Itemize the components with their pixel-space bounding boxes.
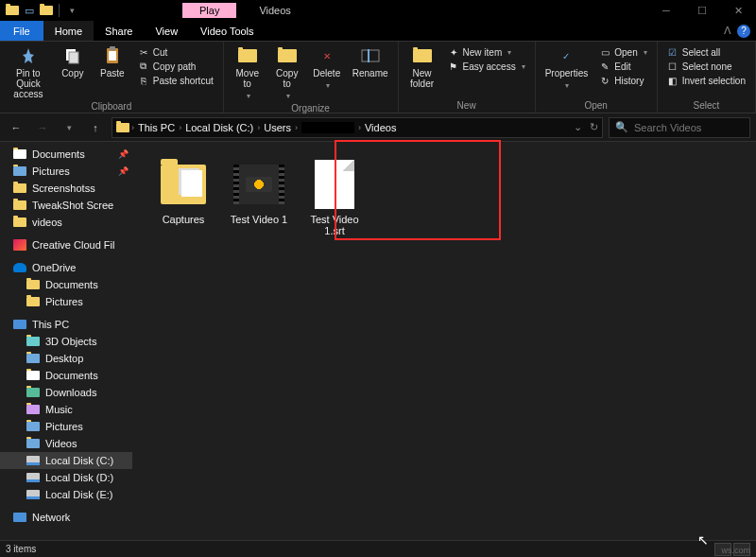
move-to-button[interactable]: Move to▾ xyxy=(230,44,266,103)
crumb-local-disk-c[interactable]: Local Disk (C:) xyxy=(183,122,255,133)
help-icon[interactable]: ? xyxy=(737,25,750,38)
new-folder-button[interactable]: New folder xyxy=(404,44,440,91)
easy-access-icon: ⚑ xyxy=(448,61,459,72)
video-thumb-icon xyxy=(233,165,284,204)
folder-icon xyxy=(26,439,40,448)
sidebar-item-od-documents[interactable]: Documents xyxy=(0,276,132,293)
copy-to-button[interactable]: Copy to▾ xyxy=(269,44,305,103)
search-input[interactable]: 🔍 Search Videos xyxy=(609,117,750,138)
sidebar-item-creative-cloud[interactable]: Creative Cloud Fil xyxy=(0,236,132,253)
chevron-right-icon[interactable]: › xyxy=(131,123,134,132)
rename-button[interactable]: Rename xyxy=(349,44,392,80)
dropdown-icon[interactable]: ⌄ xyxy=(574,121,582,133)
sidebar-item-downloads[interactable]: Downloads xyxy=(0,384,132,401)
group-new-label: New xyxy=(404,100,529,113)
location-folder-icon xyxy=(116,121,129,134)
qat-properties-icon[interactable]: ▭ xyxy=(23,4,36,17)
maximize-button[interactable]: ☐ xyxy=(684,0,720,21)
up-button[interactable]: ↑ xyxy=(85,117,106,138)
select-none-button[interactable]: ☐Select none xyxy=(663,60,749,73)
crumb-users[interactable]: Users xyxy=(262,122,293,133)
tab-file[interactable]: File xyxy=(0,21,43,41)
sidebar-item-local-disk-d[interactable]: Local Disk (D:) xyxy=(0,469,132,486)
delete-button[interactable]: ✕Delete▾ xyxy=(309,44,345,93)
new-item-icon: ✦ xyxy=(448,46,459,58)
file-captures[interactable]: Captures xyxy=(146,155,221,229)
folder-icon xyxy=(26,354,40,363)
file-test-video-1[interactable]: Test Video 1 xyxy=(221,155,297,229)
sidebar-item-this-pc[interactable]: This PC xyxy=(0,316,132,333)
sidebar-item-pictures[interactable]: Pictures📌 xyxy=(0,163,132,180)
tab-view[interactable]: View xyxy=(144,21,189,41)
sidebar-item-local-disk-e[interactable]: Local Disk (E:) xyxy=(0,486,132,503)
group-open-label: Open xyxy=(541,100,651,113)
sidebar-item-documents-pc[interactable]: Documents xyxy=(0,367,132,384)
crumb-videos[interactable]: Videos xyxy=(363,122,398,133)
forward-button[interactable]: → xyxy=(32,117,53,138)
new-item-button[interactable]: ✦New item▾ xyxy=(444,45,529,59)
pictures-icon xyxy=(13,166,26,176)
sidebar-item-local-disk-c[interactable]: Local Disk (C:) xyxy=(0,452,132,469)
easy-access-button[interactable]: ⚑Easy access▾ xyxy=(444,60,529,73)
drive-icon xyxy=(26,456,40,465)
sidebar-item-videos-pc[interactable]: Videos xyxy=(0,435,132,452)
folder-icon xyxy=(13,218,26,227)
sidebar-item-screenshots[interactable]: Screenshotss xyxy=(0,180,132,197)
select-all-button[interactable]: ☑Select all xyxy=(663,45,749,59)
folder-icon xyxy=(26,371,40,380)
context-tab-play[interactable]: Play xyxy=(182,3,236,18)
group-select-label: Select xyxy=(663,100,749,113)
collapse-ribbon-icon[interactable]: ᐱ xyxy=(724,25,731,37)
paste-shortcut-button[interactable]: ⎘Paste shortcut xyxy=(134,74,217,87)
sidebar-item-videos-qa[interactable]: videos xyxy=(0,214,132,231)
sidebar-item-desktop[interactable]: Desktop xyxy=(0,350,132,367)
invert-selection-button[interactable]: ◧Invert selection xyxy=(663,74,749,87)
status-bar: 3 items xyxy=(0,540,756,557)
move-to-icon xyxy=(237,45,258,66)
folder-icon xyxy=(26,388,40,397)
item-count: 3 items xyxy=(6,544,36,554)
sidebar-item-od-pictures[interactable]: Pictures xyxy=(0,293,132,310)
sidebar-item-pictures-pc[interactable]: Pictures xyxy=(0,418,132,435)
open-button[interactable]: ▭Open▾ xyxy=(595,45,650,59)
back-button[interactable]: ← xyxy=(6,117,26,138)
properties-button[interactable]: ✓Properties▾ xyxy=(541,44,593,93)
qat-customize-icon[interactable]: ▾ xyxy=(65,4,78,17)
pin-to-quick-access-button[interactable]: Pin to Quick access xyxy=(6,44,51,101)
sidebar-item-music[interactable]: Music xyxy=(0,401,132,418)
recent-locations-button[interactable]: ▾ xyxy=(59,117,79,138)
this-pc-icon xyxy=(13,320,26,329)
edit-button[interactable]: ✎Edit xyxy=(595,60,650,73)
paste-button[interactable]: Paste xyxy=(94,44,130,80)
file-test-video-1-srt[interactable]: Test Video 1.srt xyxy=(297,155,372,240)
folder-icon xyxy=(13,183,26,193)
sidebar-item-onedrive[interactable]: OneDrive xyxy=(0,259,132,276)
file-pane[interactable]: Captures Test Video 1 Test Video 1.srt xyxy=(132,142,756,540)
sidebar-item-network[interactable]: Network xyxy=(0,509,132,526)
crumb-user-redacted[interactable] xyxy=(300,122,356,133)
watermark: ws.com xyxy=(721,546,750,555)
copy-path-button[interactable]: ⧉Copy path xyxy=(134,60,217,73)
tab-video-tools[interactable]: Video Tools xyxy=(189,21,265,41)
copy-button[interactable]: Copy xyxy=(55,44,91,80)
crumb-this-pc[interactable]: This PC xyxy=(136,122,177,133)
cut-icon: ✂ xyxy=(138,46,149,58)
address-bar[interactable]: › This PC› Local Disk (C:)› Users› › Vid… xyxy=(112,117,603,138)
copy-icon xyxy=(62,45,83,66)
drive-icon xyxy=(26,490,40,499)
search-icon: 🔍 xyxy=(615,121,628,133)
address-bar-row: ← → ▾ ↑ › This PC› Local Disk (C:)› User… xyxy=(0,113,756,142)
sidebar-item-documents[interactable]: Documents📌 xyxy=(0,146,132,163)
minimize-button[interactable]: ─ xyxy=(648,0,684,21)
sidebar-item-3d-objects[interactable]: 3D Objects xyxy=(0,333,132,350)
sidebar-item-tweakshot[interactable]: TweakShot Scree xyxy=(0,197,132,214)
tab-home[interactable]: Home xyxy=(43,21,94,41)
close-button[interactable]: ✕ xyxy=(720,0,756,21)
cut-button[interactable]: ✂Cut xyxy=(134,45,217,59)
qat-newfolder-icon[interactable] xyxy=(40,4,53,17)
paste-shortcut-icon: ⎘ xyxy=(138,75,149,86)
history-button[interactable]: ↻History xyxy=(595,74,650,87)
rename-icon xyxy=(360,45,381,66)
tab-share[interactable]: Share xyxy=(94,21,144,41)
refresh-icon[interactable]: ↻ xyxy=(590,121,598,133)
